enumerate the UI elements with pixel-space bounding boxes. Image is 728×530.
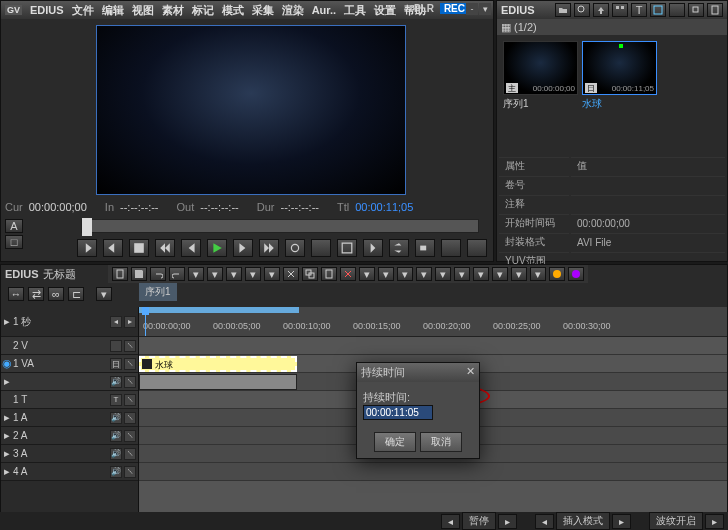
ffwd-button[interactable] <box>259 239 279 257</box>
plr-tab[interactable]: PLR <box>410 3 438 14</box>
speaker-icon[interactable]: 🔊 <box>110 376 122 388</box>
transport-extra2[interactable] <box>467 239 487 257</box>
rec-tab[interactable]: REC <box>440 3 469 14</box>
ok-button[interactable]: 确定 <box>374 432 416 452</box>
track-header-4a[interactable]: ▸4 A🔊⟍ <box>1 463 138 481</box>
track-menu-icon[interactable]: ⟍ <box>124 340 136 352</box>
tl-paste-icon[interactable] <box>321 267 337 281</box>
tl-split-icon[interactable]: ▾ <box>378 267 394 281</box>
timescale-expand[interactable]: ▸ <box>1 315 13 328</box>
eye-icon[interactable]: ◉ <box>1 357 13 370</box>
tl-marker-icon[interactable]: ▾ <box>435 267 451 281</box>
tl-title-icon[interactable]: ▾ <box>416 267 432 281</box>
bin-paste-icon[interactable] <box>707 3 723 17</box>
bin-text-icon[interactable]: T <box>631 3 647 17</box>
bin-view-icon[interactable] <box>612 3 628 17</box>
bin-cut-icon[interactable] <box>669 3 685 17</box>
menu-render[interactable]: 渲染 <box>282 3 304 18</box>
track-lane-4a[interactable] <box>139 463 727 481</box>
tl-render-icon[interactable] <box>549 267 565 281</box>
track-header-3a[interactable]: ▸3 A🔊⟍ <box>1 445 138 463</box>
bin-copy-icon[interactable] <box>688 3 704 17</box>
status-prev-icon2[interactable]: ◂ <box>535 514 554 529</box>
speaker-icon[interactable]: 🔊 <box>110 466 122 478</box>
bin-search-icon[interactable] <box>574 3 590 17</box>
mode-trim-icon[interactable]: ⇄ <box>28 287 44 301</box>
set-in-button[interactable] <box>77 239 97 257</box>
rewind-button[interactable] <box>155 239 175 257</box>
tl-tool8-icon[interactable]: ▾ <box>492 267 508 281</box>
bin-layout-icon[interactable] <box>650 3 666 17</box>
tl-ripple-icon[interactable]: ▾ <box>359 267 375 281</box>
speaker-icon[interactable]: 🔊 <box>110 448 122 460</box>
status-next-icon[interactable]: ▸ <box>498 514 517 529</box>
tl-new-icon[interactable] <box>112 267 128 281</box>
tl-redo-icon[interactable] <box>169 267 185 281</box>
timescale-ctrl[interactable]: ◂ <box>110 316 122 328</box>
track-header-1a[interactable]: ▸1 A🔊⟍ <box>1 409 138 427</box>
track-header-2v[interactable]: 2 V⟍ <box>1 337 138 355</box>
cur-tc[interactable]: 00:00:00;00 <box>29 201 87 213</box>
track-expand[interactable]: ▸ <box>1 447 13 460</box>
tl-tool2-icon[interactable]: ▾ <box>207 267 223 281</box>
timescale-label[interactable]: 1 秒 <box>13 315 63 329</box>
player-selector-a[interactable]: A <box>5 219 23 233</box>
tl-copy-icon[interactable] <box>302 267 318 281</box>
menu-settings[interactable]: 设置 <box>374 3 396 18</box>
prev-frame-button[interactable] <box>181 239 201 257</box>
player-scrubber[interactable] <box>81 219 479 233</box>
replace-button[interactable] <box>415 239 435 257</box>
player-selector-b[interactable]: □ <box>5 235 23 249</box>
tl-tool5-icon[interactable]: ▾ <box>264 267 280 281</box>
duration-input[interactable] <box>363 405 433 420</box>
track-lane-2v[interactable] <box>139 337 727 355</box>
tl-tool3-icon[interactable]: ▾ <box>226 267 242 281</box>
status-next-icon2[interactable]: ▸ <box>612 514 631 529</box>
bin-item-sequence[interactable]: 主00:00:00;00 序列1 <box>503 41 578 113</box>
tl-export-icon[interactable] <box>568 267 584 281</box>
timeline-clip[interactable]: 水球 <box>139 356 297 372</box>
track-expand[interactable]: ▸ <box>1 429 13 442</box>
track-patch-icon[interactable]: 日 <box>110 358 122 370</box>
track-expand[interactable]: ▸ <box>1 411 13 424</box>
mode-link-icon[interactable]: ∞ <box>48 287 64 301</box>
track-menu-icon[interactable]: ⟍ <box>124 394 136 406</box>
bin-breadcrumb[interactable]: ▦ (1/2) <box>497 19 727 35</box>
tl-trans-icon[interactable]: ▾ <box>397 267 413 281</box>
menu-clip[interactable]: 素材 <box>162 3 184 18</box>
menu-edit[interactable]: 编辑 <box>102 3 124 18</box>
bin-item-clip[interactable]: 日00:00:11;05 水球 <box>582 41 657 113</box>
mode-dropdown-icon[interactable]: ▾ <box>96 287 112 301</box>
track-lock-icon[interactable] <box>110 340 122 352</box>
mode-snap-icon[interactable]: ⊏ <box>68 287 84 301</box>
time-ruler[interactable]: 00:00:00;00 00:00:05;00 00:00:10;00 00:0… <box>139 307 727 337</box>
track-menu-icon[interactable]: ⟍ <box>124 358 136 370</box>
scrubber-head[interactable] <box>82 218 92 236</box>
next-frame-button[interactable] <box>233 239 253 257</box>
ttl-tc[interactable]: 00:00:11;05 <box>355 201 413 213</box>
dialog-titlebar[interactable]: 持续时间 ✕ <box>357 363 479 382</box>
track-patch-icon[interactable]: T <box>110 394 122 406</box>
track-menu-icon[interactable]: ⟍ <box>124 412 136 424</box>
timescale-ctrl[interactable]: ▸ <box>124 316 136 328</box>
track-header-2a[interactable]: ▸2 A🔊⟍ <box>1 427 138 445</box>
track-header-1va[interactable]: ◉1 VA日⟍ <box>1 355 138 373</box>
goto-out-button[interactable] <box>337 239 357 257</box>
out-tc[interactable]: --:--:--:-- <box>200 201 238 213</box>
playhead[interactable] <box>145 307 146 336</box>
close-icon[interactable]: ✕ <box>466 365 475 380</box>
track-menu-icon[interactable]: ⟍ <box>124 448 136 460</box>
menu-marker[interactable]: 标记 <box>192 3 214 18</box>
menu-mode[interactable]: 模式 <box>222 3 244 18</box>
loop-button[interactable] <box>285 239 305 257</box>
menu-aur[interactable]: Aur.. <box>312 4 336 16</box>
speaker-icon[interactable]: 🔊 <box>110 412 122 424</box>
track-expand[interactable]: ▸ <box>1 465 13 478</box>
sequence-tab[interactable]: 序列1 <box>139 283 177 301</box>
track-header-va2[interactable]: ▸🔊⟍ <box>1 373 138 391</box>
preview-monitor[interactable] <box>96 25 406 195</box>
menu-tools[interactable]: 工具 <box>344 3 366 18</box>
status-next-icon3[interactable]: ▸ <box>705 514 724 529</box>
mode-normal-icon[interactable]: ↔ <box>8 287 24 301</box>
stop-button[interactable] <box>129 239 149 257</box>
